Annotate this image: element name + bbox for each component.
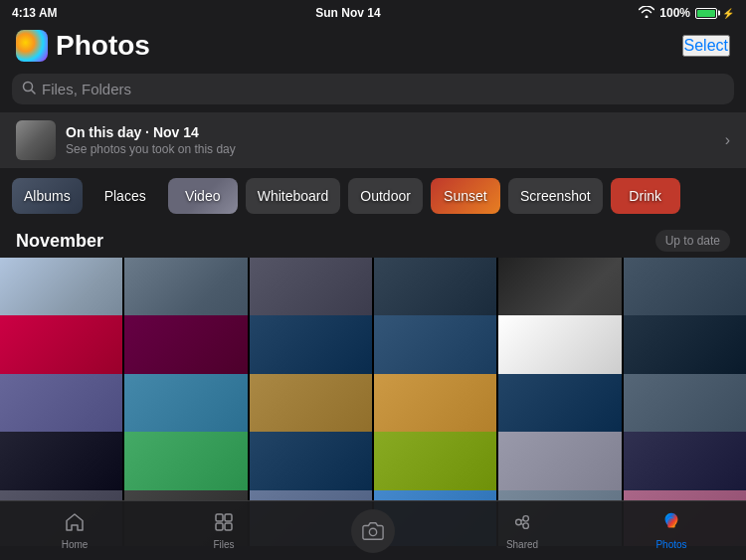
tab-shared-label: Shared [506, 539, 538, 550]
battery-fill [697, 10, 715, 17]
chip-outdoor-label: Outdoor [360, 188, 411, 204]
svg-point-8 [523, 516, 529, 522]
svg-rect-4 [216, 523, 223, 530]
tab-home-label: Home [62, 539, 89, 550]
lightning-icon: ⚡ [722, 8, 734, 19]
chip-drink[interactable]: Drink [611, 178, 680, 214]
tab-files-label: Files [213, 539, 234, 550]
on-this-day-subtitle: See photos you took on this day [66, 142, 236, 156]
camera-button[interactable] [351, 509, 395, 553]
files-icon [213, 511, 235, 536]
chip-sunset[interactable]: Sunset [431, 178, 500, 214]
tab-photos[interactable]: Photos [597, 501, 746, 560]
battery-percent: 100% [659, 6, 690, 20]
svg-line-10 [521, 519, 523, 520]
svg-line-11 [521, 523, 523, 524]
page-title: Photos [56, 30, 150, 62]
tab-shared[interactable]: Shared [448, 501, 597, 560]
chip-albums[interactable]: Albums [12, 178, 83, 214]
chip-sunset-label: Sunset [444, 188, 487, 204]
svg-point-9 [523, 523, 529, 529]
chip-albums-label: Albums [24, 188, 71, 204]
section-header: November Up to date [0, 222, 746, 258]
chips-container: Albums Places Video Whiteboard Outdoor S… [0, 170, 746, 222]
chevron-right-icon: › [725, 131, 730, 149]
on-this-day-title: On this day · Nov 14 [66, 124, 236, 140]
status-time: 4:13 AM [12, 6, 58, 20]
tab-home[interactable]: Home [0, 501, 149, 560]
search-placeholder: Files, Folders [42, 81, 131, 97]
chip-whiteboard-label: Whiteboard [258, 188, 329, 204]
header-left: Photos [16, 30, 150, 62]
tab-files[interactable]: Files [149, 501, 298, 560]
svg-rect-5 [225, 523, 232, 530]
up-to-date-badge: Up to date [655, 230, 730, 252]
chip-screenshot-label: Screenshot [520, 188, 591, 204]
chip-drink-label: Drink [629, 188, 661, 204]
chip-video-label: Video [185, 188, 221, 204]
svg-point-6 [369, 528, 376, 535]
svg-rect-3 [225, 514, 232, 521]
chip-outdoor[interactable]: Outdoor [348, 178, 423, 214]
search-bar[interactable]: Files, Folders [12, 74, 734, 104]
section-title: November [16, 231, 103, 252]
status-bar: 4:13 AM Sun Nov 14 100% ⚡ [0, 0, 746, 26]
search-container: Files, Folders [0, 70, 746, 112]
status-right: 100% ⚡ [639, 6, 734, 20]
battery-icon [695, 8, 717, 19]
home-icon [64, 511, 86, 536]
app-icon-inner [16, 30, 48, 62]
tab-photos-label: Photos [655, 539, 686, 550]
search-icon [22, 81, 36, 97]
svg-point-7 [516, 519, 522, 525]
on-this-day-thumbnail [16, 120, 56, 160]
tab-camera[interactable] [298, 501, 448, 560]
svg-rect-2 [216, 514, 223, 521]
chip-video[interactable]: Video [168, 178, 238, 214]
app-icon [16, 30, 48, 62]
chip-places[interactable]: Places [91, 178, 160, 214]
on-this-day-text: On this day · Nov 14 See photos you took… [66, 124, 236, 156]
svg-line-1 [32, 91, 36, 94]
shared-icon [511, 511, 533, 536]
on-this-day-left: On this day · Nov 14 See photos you took… [16, 120, 236, 160]
app-header: Photos Select [0, 26, 746, 70]
tab-bar: Home Files [0, 500, 746, 560]
select-button[interactable]: Select [682, 35, 730, 57]
chip-places-label: Places [104, 188, 146, 204]
status-date: Sun Nov 14 [315, 6, 380, 20]
chip-screenshot[interactable]: Screenshot [508, 178, 603, 214]
wifi-icon [639, 6, 654, 20]
on-this-day-banner[interactable]: On this day · Nov 14 See photos you took… [0, 112, 746, 168]
photos-icon [660, 511, 682, 536]
chip-whiteboard[interactable]: Whiteboard [246, 178, 341, 214]
